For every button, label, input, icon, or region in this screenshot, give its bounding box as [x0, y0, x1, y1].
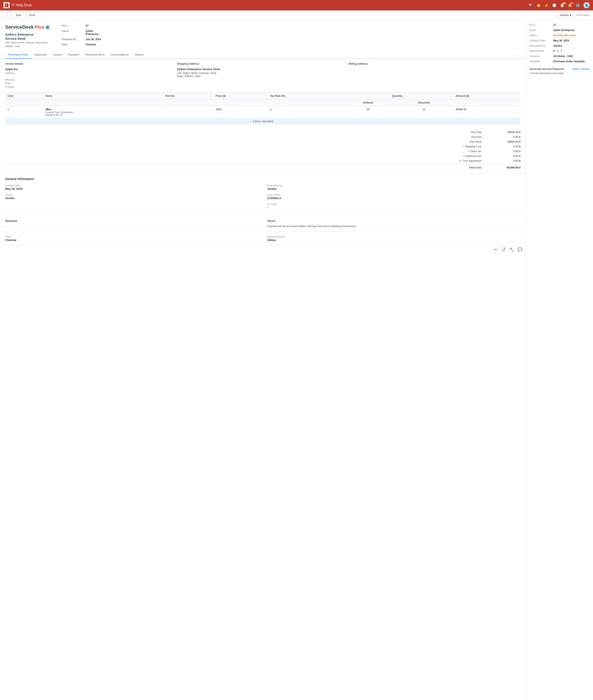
owner-field: Owner Jendra	[5, 194, 259, 200]
dropdown-icon[interactable]: ▾	[561, 49, 562, 52]
tab-approvals[interactable]: Approvals	[31, 51, 50, 59]
toolbar: ← Edit Print Actions ▾ Purchases	[0, 10, 593, 20]
shipping-row: + Shipping Cost 0.00 $	[5, 144, 520, 149]
row-amount: 48000.00	[453, 106, 520, 118]
tabs: Purchase Order Approvals Invoice Payment…	[0, 51, 526, 59]
back-button[interactable]: ←	[3, 12, 11, 18]
terms-col: Terms Payment will be processed within a…	[267, 219, 521, 228]
address-row: Vendor Details Apple Inc Address (Phone)…	[0, 59, 526, 92]
rp-po-number: PO # 27	[529, 24, 590, 27]
vendor-contact: Contact	[5, 85, 173, 88]
rp-name: Name Zylker Enterprise	[529, 29, 590, 32]
main-layout: ServiceDesk Plus ◉ Zylkers Enterprise Se…	[0, 20, 593, 700]
company-logo-text: ServiceDesk Plus ◉	[5, 24, 53, 30]
edit-note-icon[interactable]: 📝	[501, 247, 506, 252]
general-grid: Created Date May 30, 2024 Owner Jendra R…	[5, 184, 520, 212]
tab-payment[interactable]: Payment	[65, 51, 82, 59]
company-logo: ServiceDesk Plus ◉	[5, 24, 53, 30]
search-icon[interactable]: 🔍	[529, 3, 533, 7]
actions-button[interactable]: Actions ▾	[556, 12, 575, 18]
online-indicator	[588, 6, 590, 8]
vendor-phone: (Phone)	[5, 78, 173, 81]
total-cost-row: Total Cost 48,000.00 $	[5, 164, 520, 170]
settings-icon[interactable]: 🔧	[509, 247, 514, 252]
svg-text:IT: IT	[5, 4, 7, 6]
star-icon[interactable]: ⭐	[537, 3, 541, 7]
gear-icon[interactable]: ⚙️	[576, 3, 580, 7]
top-nav: IT IT Help Desk 🔍 ⭐ ⚡ 🕐 📋 28 🔔 24 ⚙️ 👤	[0, 0, 593, 10]
col-price-sub	[213, 99, 268, 106]
rp-service-requests-count: 1 Service Request(s) associated	[529, 72, 590, 75]
row-item: iMac Product Type: Workstation MacBook A…	[43, 106, 163, 118]
rp-attach-links: Attach Detach	[572, 68, 590, 71]
subtotal-row: Sub Total 48000.00 $	[5, 130, 520, 135]
rp-template: Template Purchase Order Template	[529, 60, 590, 63]
row-part-no: -	[163, 106, 213, 118]
lightning-icon[interactable]: ⚡	[544, 3, 549, 7]
tab-history[interactable]: History	[132, 51, 147, 59]
tab-conversations[interactable]: Conversations	[108, 51, 132, 59]
tab-purchase-order[interactable]: Purchase Order	[5, 51, 31, 59]
col-ordered: Ordered	[341, 99, 395, 106]
cost-adjustment-row: +/- Cost Adjustment 0.00 $	[5, 159, 520, 163]
requested-by-field: Requested by Jendra	[267, 184, 521, 191]
tab-invoice[interactable]: Invoice	[50, 51, 65, 59]
company-address: 128, Dalton street, Chennai, Tamil Nadu,…	[5, 41, 53, 48]
col-quantity: Quantity	[341, 93, 453, 99]
remarks-grid: Remarks - Terms Payment will be processe…	[5, 219, 520, 228]
notification-icon[interactable]: 📋 28	[560, 3, 564, 7]
attach-link[interactable]: Attach	[572, 68, 580, 71]
company-info: ServiceDesk Plus ◉ Zylkers Enterprise Se…	[5, 24, 53, 48]
row-ordered: 20	[341, 106, 395, 118]
bell-icon[interactable]: 🔔 24	[568, 3, 572, 7]
chat-icon[interactable]: 💬	[517, 247, 522, 252]
gl-code-field: GL Code -	[267, 203, 521, 209]
tab-received-items[interactable]: Received Items	[82, 51, 108, 59]
tabs-arrow[interactable]: ›	[516, 51, 520, 58]
row-sno: 1	[5, 106, 43, 118]
billing-address-text: -	[349, 68, 516, 71]
avatar[interactable]: 👤	[584, 2, 590, 8]
created-date-field: Created Date May 30, 2024	[5, 184, 259, 191]
row-tax-rate: 0	[268, 106, 341, 118]
col-items-sub	[43, 99, 163, 106]
col-amount-sub	[453, 99, 520, 106]
po-header: ServiceDesk Plus ◉ Zylkers Enterprise Se…	[0, 20, 526, 48]
toolbar-right: Actions ▾ Purchases	[556, 12, 590, 18]
place-col: Place Chennai	[5, 235, 259, 242]
print-button[interactable]: Print	[26, 12, 38, 18]
general-col-right: Requested by Jendra Cost Center CCENGLA …	[267, 184, 521, 212]
reply-icon[interactable]: ↩	[494, 247, 498, 252]
col-received: Received	[395, 99, 453, 106]
col-tax-rate: Tax Rate (%)	[268, 93, 341, 99]
bottom-bar: ↩ 📝 🔧 💬	[0, 245, 526, 254]
items-requested-bar: 1 Items requested	[5, 118, 520, 125]
paperclip-icon[interactable]: 📎	[556, 49, 560, 52]
company-name-line2: Service Desk	[5, 37, 53, 40]
edit-button[interactable]: Edit	[13, 12, 24, 18]
total-net-row: Total (Net) 48000.00 $	[5, 139, 520, 144]
po-number-field: PO # 27	[62, 24, 520, 27]
row-received: 12	[395, 106, 453, 118]
col-tax-rate-sub	[268, 99, 341, 106]
clock-icon[interactable]: 🕐	[552, 3, 556, 7]
col-sno: S.No	[5, 93, 43, 99]
table-row: 1 iMac Product Type: Workstation MacBook…	[5, 106, 520, 118]
items-table: S.No Items Part No Price ($) Tax Rate (%…	[5, 92, 520, 118]
remarks-col: Remarks -	[5, 219, 259, 228]
app-title: IT Help Desk	[12, 3, 529, 7]
purchases-label: Purchases	[576, 13, 590, 17]
rp-requested-by: Requested by Jendra	[529, 44, 590, 47]
notification-badge: 28	[562, 2, 566, 5]
col-items: Items	[43, 93, 163, 99]
app-logo: IT	[3, 2, 9, 8]
rp-service-requests-title: Associate Service Requests	[529, 68, 564, 71]
detach-link[interactable]: Detach	[581, 68, 590, 71]
nav-icons: 🔍 ⭐ ⚡ 🕐 📋 28 🔔 24 ⚙️ 👤	[529, 2, 590, 8]
totals-section: Sub Total 48000.00 $ - Discount 0.00 $ T…	[0, 128, 526, 173]
cost-center-field: Cost Center CCENGLA	[267, 194, 521, 200]
remarks-section: Remarks - Terms Payment will be processe…	[0, 216, 526, 232]
shipping-address-text: 128, Dalton street, Chennai, TamilNadu, …	[177, 72, 344, 78]
right-panel: PO # 27 Name Zylker Enterprise Status Pa…	[526, 20, 593, 700]
place-grid: Place Chennai Signing Authority Aditya	[5, 235, 520, 242]
